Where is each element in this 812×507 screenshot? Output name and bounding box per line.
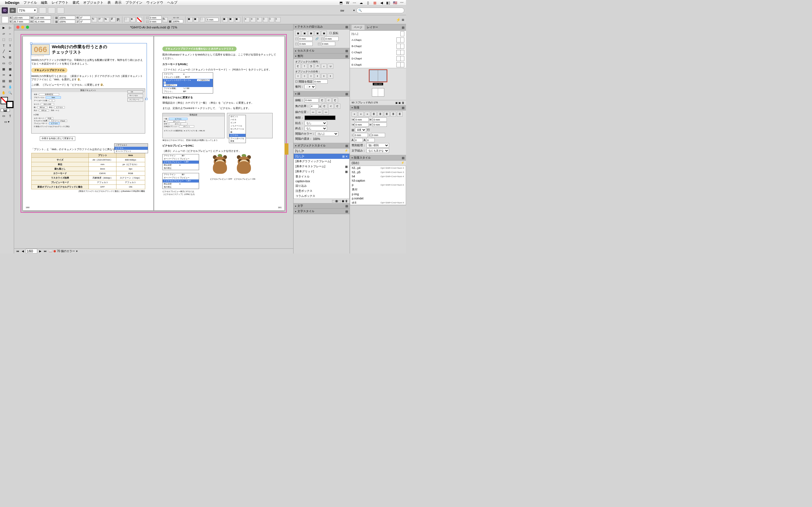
- grid-select[interactable]: 自動: [355, 128, 366, 132]
- left-indent-input[interactable]: [355, 117, 369, 122]
- menu-object[interactable]: オブジェクト: [83, 0, 103, 5]
- calendar-icon[interactable]: ▦: [373, 1, 377, 5]
- align-bottom-button[interactable]: ⊔: [327, 64, 333, 69]
- search-input[interactable]: 🔍: [356, 8, 404, 13]
- page-tool[interactable]: ▱: [1, 31, 7, 37]
- align-right-button[interactable]: ⊐: [308, 64, 314, 69]
- dist-right-button[interactable]: ⫵: [327, 73, 333, 78]
- align-button[interactable]: ⫴: [263, 17, 268, 22]
- pen-tool[interactable]: ✒: [7, 48, 13, 54]
- status-icon[interactable]: 〰: [400, 1, 404, 5]
- textwrap-icon[interactable]: ▣: [188, 17, 193, 22]
- apply-gradient-button[interactable]: [4, 109, 7, 112]
- join-miter-button[interactable]: ⊏: [322, 104, 327, 109]
- objstyle-item[interactable]: [基本テキストフレーム]▦: [294, 164, 349, 169]
- polygon-tool[interactable]: ⬠: [7, 60, 13, 66]
- gap-input[interactable]: [149, 20, 161, 23]
- canvas[interactable]: 066 ILLUSTRATOR Web向けの作業を行うときの チェックリスト W…: [14, 31, 293, 248]
- dist-bottom-button[interactable]: ⫴: [308, 73, 314, 78]
- fill-none-icon[interactable]: [137, 17, 142, 22]
- parastyle-panel-title[interactable]: ▾段落スタイル▤: [350, 155, 406, 161]
- dropcap-lines-input[interactable]: [354, 138, 363, 142]
- spacing-input[interactable]: [313, 79, 327, 83]
- gradient-swatch-tool[interactable]: ▤: [1, 78, 7, 84]
- char-panel-title[interactable]: ▸文字▤: [294, 203, 350, 209]
- panel-menu-icon[interactable]: ▤: [402, 18, 404, 21]
- grid-tool[interactable]: ▦: [7, 66, 13, 72]
- justify-right-button[interactable]: ≣: [384, 112, 390, 117]
- corner-input[interactable]: [206, 18, 218, 21]
- reference-point[interactable]: [2, 16, 8, 23]
- gradient-feather-tool[interactable]: ▤: [7, 78, 13, 84]
- menu-layout[interactable]: レイアウト: [52, 0, 68, 5]
- justify-all-button[interactable]: ≣: [391, 112, 396, 117]
- status-icon[interactable]: ⬒: [339, 1, 343, 5]
- dist-hcenter-button[interactable]: ⫵: [321, 73, 327, 78]
- align-button[interactable]: ≡: [257, 17, 262, 22]
- wrap-bottom-input[interactable]: [299, 42, 313, 46]
- grid-tool[interactable]: ▦: [1, 66, 7, 72]
- align-panel-title[interactable]: ▾整列▤: [294, 54, 350, 59]
- objstyle-panel-title[interactable]: ▾オブジェクトスタイル▤: [294, 143, 350, 149]
- status-icon[interactable]: W: [346, 1, 350, 5]
- rectangle-tool[interactable]: ▭: [1, 60, 7, 66]
- lightning-icon[interactable]: ⚡: [396, 17, 401, 22]
- pages-tab[interactable]: ページ: [352, 25, 364, 30]
- view-options-button[interactable]: [39, 7, 46, 13]
- space-after-input[interactable]: [371, 133, 385, 137]
- parastyle-item[interactable]: h3...p4Opt+Shift+Cmd+Num 3: [350, 166, 406, 170]
- scalex-input[interactable]: [58, 16, 75, 19]
- join-round-button[interactable]: ⊂: [328, 104, 334, 109]
- menu-table[interactable]: 表: [107, 0, 111, 5]
- align-stroke-inside-button[interactable]: ▭: [317, 110, 322, 115]
- preview-mode-button[interactable]: T: [7, 113, 13, 119]
- gap-tool[interactable]: ↔: [7, 31, 13, 37]
- parastyle-item[interactable]: pOpt+Shift+Cmd+Num 6: [350, 183, 406, 187]
- eyedropper-tool[interactable]: 💧: [7, 84, 13, 90]
- parastyle-item[interactable]: 奥付: [350, 187, 406, 192]
- last-page-button[interactable]: ⏭: [43, 249, 47, 253]
- line-tool[interactable]: ╱: [1, 48, 7, 54]
- master-item[interactable]: C-Chap3: [350, 49, 406, 55]
- content-collector-tool[interactable]: ⬚: [1, 37, 7, 43]
- dist-top-button[interactable]: ⫴: [295, 73, 301, 78]
- error-icon[interactable]: [54, 250, 56, 252]
- fit-button[interactable]: ▣: [235, 17, 240, 22]
- corner-icon[interactable]: ⬚: [200, 17, 205, 22]
- objstyle-item[interactable]: 章タイトル: [294, 174, 349, 179]
- textwrap-panel-title[interactable]: ▾テキストの回り込み▤: [294, 24, 350, 30]
- fit-button[interactable]: ▣: [229, 17, 234, 22]
- objstyle-item[interactable]: 回り込み: [294, 183, 349, 188]
- free-transform-tool[interactable]: ◈: [7, 72, 13, 78]
- menu-type[interactable]: 書式: [72, 0, 79, 5]
- align-to-select[interactable]: ⬚▾: [305, 84, 316, 89]
- scissors-tool[interactable]: ✂: [1, 72, 7, 78]
- screen-mode-button[interactable]: ▭ ▾: [1, 119, 13, 125]
- menu-edit[interactable]: 編集: [41, 0, 48, 5]
- align-button[interactable]: ⫴: [275, 17, 281, 22]
- hand-tool[interactable]: ✋: [1, 90, 7, 96]
- objstyle-item[interactable]: [基本グリッド]▦: [294, 169, 349, 174]
- wrap-left-input[interactable]: [324, 37, 339, 41]
- space-before-input[interactable]: [354, 133, 368, 137]
- document-tab[interactable]: *GIHYO-AI-3rd-vanfu.indd @ 71%: [14, 24, 293, 31]
- parastyle-item[interactable]: h3...p5Opt+Shift+Cmd+Num 3: [350, 170, 406, 174]
- prev-page-button[interactable]: ◀: [21, 249, 25, 253]
- dropcap-chars-input[interactable]: [366, 138, 375, 142]
- volume-icon[interactable]: ◀: [379, 1, 384, 5]
- note-tool[interactable]: ✉: [1, 84, 7, 90]
- align-left-button[interactable]: ⊏: [295, 64, 301, 69]
- cloud-icon[interactable]: ☁: [359, 1, 363, 5]
- arrange-button[interactable]: [57, 7, 64, 13]
- join-bevel-button[interactable]: ⊏: [335, 104, 340, 109]
- wrap-jump-button[interactable]: ▣: [315, 31, 320, 36]
- wrap-bbox-button[interactable]: ▣: [302, 31, 307, 36]
- select-container-button[interactable]: ⬚: [124, 17, 130, 22]
- minimize-window-button[interactable]: [21, 25, 24, 29]
- screen-mode-button[interactable]: [48, 7, 55, 13]
- menu-help[interactable]: ヘルプ: [167, 0, 177, 5]
- master-item[interactable]: A-Chap1: [350, 37, 406, 43]
- align-vcenter-button[interactable]: ⫰: [321, 64, 327, 69]
- app-name[interactable]: InDesign: [5, 1, 19, 5]
- objstyle-item[interactable]: caption-box: [294, 179, 349, 183]
